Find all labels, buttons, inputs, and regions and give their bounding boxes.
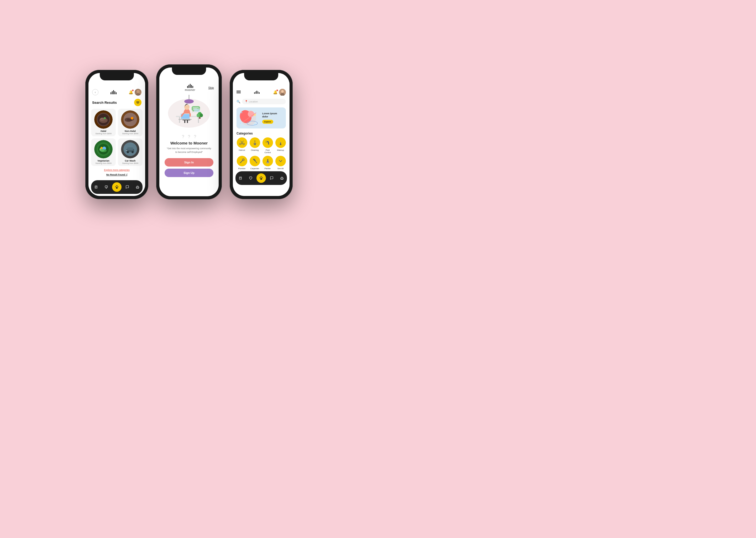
- decorative-questions: ???: [159, 133, 219, 141]
- location-pin-icon: 📍: [245, 100, 248, 103]
- non-halal-card[interactable]: Non-Halal Starting from $999: [118, 109, 143, 136]
- phone3-screen: 🔔 🔍: [233, 73, 290, 196]
- svg-rect-95: [267, 159, 268, 162]
- location-input[interactable]: 📍 Location: [242, 99, 286, 104]
- wrench-icon: [239, 158, 245, 164]
- phone3-notch: [244, 73, 278, 81]
- category-carpenter[interactable]: Carpenter: [249, 156, 260, 170]
- food-categories-grid: Halal Starting from $999: [88, 109, 145, 166]
- category-plumber[interactable]: Plumber: [237, 156, 247, 170]
- svg-point-0: [136, 90, 140, 93]
- category-makeup[interactable]: Makeup: [275, 137, 286, 154]
- svg-point-25: [127, 151, 129, 153]
- halal-card[interactable]: Halal Starting from $999: [91, 109, 116, 136]
- nav-item-leaf[interactable]: [102, 183, 111, 191]
- svg-point-77: [240, 143, 241, 145]
- filter-button[interactable]: [134, 99, 141, 106]
- hammer-icon: [252, 158, 258, 164]
- banner-explore-button[interactable]: Explore: [262, 120, 273, 124]
- p3-chat-icon: [270, 176, 273, 180]
- p3-leaf-icon: [249, 176, 253, 180]
- see-all-label: See All: [277, 167, 283, 170]
- phone1-content: ‹ 🔔: [88, 73, 145, 196]
- phone3-header: 🔔: [233, 81, 290, 98]
- leaf-icon: [105, 185, 108, 189]
- filter-icon: [136, 101, 140, 104]
- promo-banner[interactable]: Lorem ipsum dolor Explore: [237, 107, 286, 129]
- skip-button[interactable]: Skip: [209, 86, 214, 89]
- notification-bell[interactable]: 🔔: [129, 90, 133, 94]
- search-icon[interactable]: 🔍: [237, 100, 240, 103]
- svg-point-78: [243, 143, 244, 145]
- notification-dot: [132, 89, 134, 91]
- nav-item-home[interactable]: [112, 182, 121, 192]
- phone2-content: mooner Skip: [159, 68, 219, 196]
- p3-bar5: [259, 92, 260, 94]
- category-cleaning[interactable]: Cleaning: [249, 137, 260, 154]
- vegetarian-food-visual: [94, 140, 113, 158]
- vegetarian-card[interactable]: Vegetarian Starting from $999: [91, 138, 116, 166]
- svg-point-96: [267, 162, 268, 163]
- banner-artwork: [237, 107, 260, 129]
- svg-line-84: [266, 141, 266, 141]
- phone-home: 🔔 🔍: [230, 70, 293, 199]
- car-wash-label: Car Wash Starting from $999: [118, 158, 143, 166]
- vegetarian-label: Vegetarian Starting from $999: [91, 158, 116, 166]
- clipboard-icon: [94, 185, 98, 189]
- explore-categories-link[interactable]: Explore more categories: [88, 166, 145, 172]
- svg-rect-41: [179, 117, 180, 123]
- svg-point-66: [281, 90, 284, 93]
- p3-notification-bell[interactable]: 🔔: [273, 90, 277, 94]
- non-halal-label: Non-Halal Starting from $999: [118, 129, 143, 136]
- p3-nav-chat[interactable]: [267, 174, 276, 182]
- carpenter-label: Carpenter: [251, 167, 259, 170]
- menu-button[interactable]: [237, 90, 241, 94]
- logo-bar-5: [116, 92, 117, 94]
- p3-nav-car[interactable]: [278, 174, 286, 182]
- category-painter[interactable]: Painter: [262, 156, 273, 170]
- halal-image: [94, 110, 113, 129]
- chevron-down-icon: [278, 158, 283, 164]
- p3-nav-leaf[interactable]: [247, 174, 255, 182]
- nav-item-chat[interactable]: [123, 183, 131, 191]
- svg-point-58: [197, 114, 200, 117]
- hamburger-icon: [237, 90, 241, 93]
- category-pest-control[interactable]: Pest Control: [262, 137, 273, 154]
- logo-bars-2: [187, 84, 193, 88]
- svg-rect-42: [198, 117, 199, 123]
- category-see-all[interactable]: See All: [275, 156, 286, 170]
- car-wash-card[interactable]: Car Wash Starting from $999: [118, 138, 143, 166]
- logo-bar2-5: [192, 86, 193, 88]
- banner-art-svg: [237, 107, 260, 129]
- signup-button[interactable]: Sign Up: [165, 169, 213, 177]
- nav-item-clipboard[interactable]: [92, 183, 100, 191]
- user-avatar[interactable]: [135, 89, 141, 96]
- phones-container: ‹ 🔔: [85, 67, 293, 202]
- categories-grid: Haircut Cleaning: [233, 137, 290, 170]
- banner-title: Lorem ipsum dolor: [262, 112, 283, 118]
- phone-search-results: ‹ 🔔: [85, 70, 148, 199]
- carpenter-icon-circle: [250, 156, 260, 166]
- p3-home-icon: [259, 176, 263, 180]
- category-haircut[interactable]: Haircut: [237, 137, 247, 154]
- paintbrush-icon: [265, 158, 271, 164]
- logo-bar-4: [115, 91, 115, 94]
- p3-user-avatar[interactable]: [279, 89, 286, 96]
- svg-line-93: [255, 161, 257, 163]
- page-title: Search Results: [92, 101, 117, 105]
- pest-control-icon-circle: [262, 137, 273, 148]
- phone1-notch: [100, 73, 134, 81]
- svg-rect-83: [267, 141, 268, 142]
- signin-button[interactable]: Sign In: [165, 158, 213, 167]
- p3-nav-clipboard[interactable]: [236, 174, 245, 182]
- p3-nav-home[interactable]: [257, 173, 266, 183]
- back-button[interactable]: ‹: [92, 89, 98, 95]
- vegetarian-image: [94, 140, 113, 158]
- lipstick-icon: [278, 140, 283, 145]
- avatar-svg: [135, 89, 141, 96]
- nav-item-car[interactable]: [133, 183, 142, 191]
- p3-car-icon: [280, 176, 284, 180]
- logo-bars: [111, 90, 117, 94]
- svg-rect-79: [255, 140, 255, 143]
- svg-point-20: [100, 149, 107, 152]
